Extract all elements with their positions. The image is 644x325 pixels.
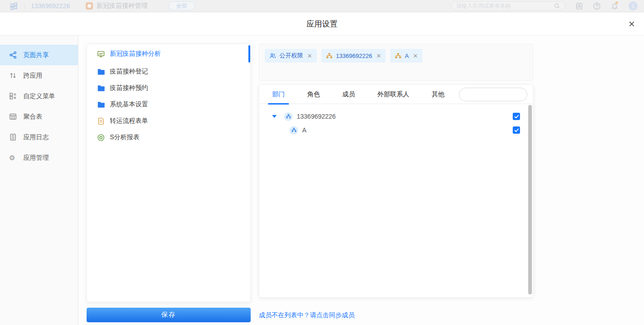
form-item-label: 疫苗接种登记 [110, 68, 148, 76]
sidebar-item-app-manage[interactable]: ⚙ 应用管理 [0, 147, 78, 168]
workspace-name[interactable]: 13369692226 [31, 2, 70, 10]
sidebar-item-custom-menu[interactable]: 自定义菜单 [0, 86, 78, 106]
close-icon[interactable]: ✕ [626, 19, 637, 30]
checkbox-checked[interactable] [513, 126, 520, 134]
form-item-s-report[interactable]: S分析报表 [87, 129, 250, 146]
report-icon [97, 134, 105, 142]
checkbox-checked[interactable] [513, 113, 520, 120]
aggregate-table-icon [9, 113, 17, 121]
share-icon [9, 51, 17, 59]
dashboard-icon [97, 50, 105, 58]
form-item-register[interactable]: 疫苗接种登记 [87, 63, 250, 80]
folder-icon [97, 68, 105, 76]
help-icon[interactable] [593, 2, 601, 10]
settings-sidebar: 页面共享 跨应用 自定义菜单 聚合表 应用日志 ⚙ [0, 36, 78, 325]
top-navigation-bar: 13369692226 新冠疫苗接种管理 全部 1 [0, 0, 644, 12]
save-button[interactable]: 保存 [87, 308, 251, 322]
org-icon [326, 52, 333, 59]
member-search-input[interactable] [464, 91, 544, 98]
app-icon [86, 2, 93, 10]
tab-other[interactable]: 其他 [432, 85, 444, 104]
form-item-label: 系统基本设置 [110, 100, 148, 109]
tree-row-child[interactable]: A [259, 123, 533, 137]
divider [24, 3, 25, 9]
folder-icon [97, 84, 105, 92]
document-icon [97, 117, 105, 125]
selected-indicator [248, 45, 250, 63]
global-search-input[interactable] [456, 3, 551, 9]
sidebar-item-label: 自定义菜单 [23, 92, 55, 100]
search-icon [554, 3, 560, 9]
tab-external-contacts[interactable]: 外部联系人 [377, 85, 409, 104]
modal-title: 应用设置 [0, 12, 644, 36]
modal-header: 应用设置 ✕ [0, 12, 644, 36]
form-list-panel: 新冠疫苗接种分析 疫苗接种登记 疫苗接种预约 系统基本设置 转运流程表单 [87, 44, 251, 302]
remove-tag-icon[interactable]: ✕ [307, 52, 312, 59]
tab-role[interactable]: 角色 [307, 85, 320, 104]
tab-member[interactable]: 成员 [342, 85, 355, 104]
picker-tabs: 部门 角色 成员 外部联系人 其他 [259, 85, 533, 104]
sidebar-item-app-log[interactable]: 应用日志 [0, 127, 78, 147]
department-icon [284, 112, 293, 121]
member-search[interactable] [459, 88, 527, 101]
cross-app-icon [9, 72, 17, 79]
filter-all-pill[interactable]: 全部 [169, 1, 195, 10]
form-item-system-settings[interactable]: 系统基本设置 [87, 96, 250, 113]
address-book-icon[interactable] [575, 2, 583, 10]
bell-icon[interactable] [611, 2, 618, 10]
sidebar-item-label: 应用管理 [23, 154, 49, 162]
member-picker-panel: 部门 角色 成员 外部联系人 其他 13369692226 [259, 84, 533, 298]
form-item-label: S分析报表 [110, 133, 139, 142]
selected-permissions-panel: 公开权限 ✕ 13369692226 ✕ A ✕ [259, 44, 533, 81]
form-item-label: 转运流程表单 [110, 117, 148, 125]
sidebar-item-aggregate-table[interactable]: 聚合表 [0, 106, 78, 127]
sidebar-item-page-share[interactable]: 页面共享 [0, 45, 78, 65]
permission-tag-a: A ✕ [390, 49, 422, 63]
caret-down-icon[interactable] [272, 115, 277, 118]
department-tree: 13369692226 A [259, 104, 533, 137]
sidebar-item-cross-app[interactable]: 跨应用 [0, 65, 78, 86]
org-icon [395, 52, 402, 59]
user-avatar[interactable]: 1 [629, 1, 638, 10]
notification-dot [615, 1, 618, 4]
tab-department[interactable]: 部门 [272, 85, 285, 104]
tree-node-label: A [302, 126, 306, 134]
form-item-label: 新冠疫苗接种分析 [110, 50, 161, 58]
sync-members-link[interactable]: 成员不在列表中？请点击同步成员 [259, 311, 355, 320]
permission-tag-label: A [405, 52, 409, 59]
permission-tag-label: 公开权限 [279, 52, 303, 60]
app-log-icon [9, 133, 17, 141]
tree-node-label: 13369692226 [297, 113, 336, 120]
form-item-transfer-flow[interactable]: 转运流程表单 [87, 113, 250, 129]
tree-row-root[interactable]: 13369692226 [259, 110, 533, 123]
sidebar-item-label: 页面共享 [23, 51, 49, 59]
permission-tag-dept: 13369692226 ✕ [321, 49, 386, 63]
custom-menu-icon [9, 92, 17, 100]
sidebar-item-label: 应用日志 [23, 133, 49, 142]
gear-icon: ⚙ [9, 154, 17, 162]
permission-tag-label: 13369692226 [336, 52, 372, 59]
department-icon [289, 126, 298, 135]
app-name[interactable]: 新冠疫苗接种管理 [97, 2, 148, 10]
remove-tag-icon[interactable]: ✕ [413, 52, 418, 59]
form-item-analysis[interactable]: 新冠疫苗接种分析 [87, 44, 250, 63]
global-search[interactable] [451, 1, 565, 10]
vertical-scrollbar[interactable] [528, 105, 532, 294]
sidebar-item-label: 聚合表 [23, 113, 42, 121]
folder-icon [97, 101, 105, 109]
sidebar-item-label: 跨应用 [23, 72, 42, 80]
apps-grid-icon[interactable] [10, 2, 18, 10]
public-permission-icon [269, 52, 276, 59]
form-item-label: 疫苗接种预约 [110, 84, 148, 92]
permission-tag-public: 公开权限 ✕ [265, 49, 317, 63]
modal-body: 页面共享 跨应用 自定义菜单 聚合表 应用日志 ⚙ [0, 36, 644, 325]
remove-tag-icon[interactable]: ✕ [376, 52, 381, 59]
form-item-appointment[interactable]: 疫苗接种预约 [87, 80, 250, 96]
